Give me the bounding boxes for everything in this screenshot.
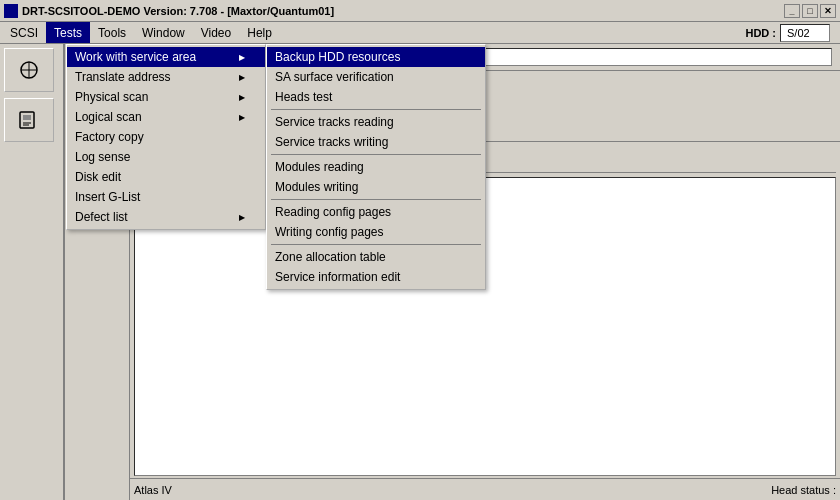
title-bar: DRT-SCSITOOL-DEMO Version: 7.708 - [Maxt… <box>0 0 840 22</box>
menu-tests[interactable]: Tests <box>46 22 90 43</box>
toolbar-icon-2[interactable] <box>4 98 54 142</box>
menu-writing-config[interactable]: Writing config pages <box>267 222 485 242</box>
menu-reading-config[interactable]: Reading config pages <box>267 202 485 222</box>
menu-backup-hdd[interactable]: Backup HDD resources <box>267 47 485 67</box>
menu-insert-g-list[interactable]: Insert G-List <box>67 187 265 207</box>
title-bar-buttons: _ □ ✕ <box>784 4 836 18</box>
status-atlas: Atlas IV <box>134 484 172 496</box>
menu-tools[interactable]: Tools <box>90 22 134 43</box>
app-window: DRT-SCSITOOL-DEMO Version: 7.708 - [Maxt… <box>0 0 840 500</box>
service-area-submenu: Backup HDD resources SA surface verifica… <box>266 44 486 290</box>
tests-dropdown: Work with service area ▶ Translate addre… <box>66 44 266 230</box>
menu-translate-address[interactable]: Translate address ▶ <box>67 67 265 87</box>
submenu-arrow-service-area: ▶ <box>239 53 245 62</box>
menu-physical-scan[interactable]: Physical scan ▶ <box>67 87 265 107</box>
maximize-button[interactable]: □ <box>802 4 818 18</box>
left-sidebar <box>0 44 65 500</box>
sep1 <box>271 109 481 110</box>
title-bar-text: DRT-SCSITOOL-DEMO Version: 7.708 - [Maxt… <box>22 5 334 17</box>
toolbar-icon-1[interactable] <box>4 48 54 92</box>
menu-video[interactable]: Video <box>193 22 239 43</box>
menu-sa-surface[interactable]: SA surface verification <box>267 67 485 87</box>
menu-scsi[interactable]: SCSI <box>2 22 46 43</box>
menu-modules-writing[interactable]: Modules writing <box>267 177 485 197</box>
menu-logical-scan[interactable]: Logical scan ▶ <box>67 107 265 127</box>
menu-disk-edit[interactable]: Disk edit <box>67 167 265 187</box>
hdd-label: HDD : <box>745 27 776 39</box>
minimize-button[interactable]: _ <box>784 4 800 18</box>
sep2 <box>271 154 481 155</box>
submenu-arrow-logical: ▶ <box>239 113 245 122</box>
close-button[interactable]: ✕ <box>820 4 836 18</box>
menu-modules-reading[interactable]: Modules reading <box>267 157 485 177</box>
menu-bar: SCSI Tests Tools Window Video Help HDD :… <box>0 22 840 44</box>
sep4 <box>271 244 481 245</box>
menu-work-with-service-area[interactable]: Work with service area ▶ <box>67 47 265 67</box>
menu-service-tracks-reading[interactable]: Service tracks reading <box>267 112 485 132</box>
svg-rect-4 <box>23 115 31 120</box>
menu-service-info-edit[interactable]: Service information edit <box>267 267 485 287</box>
submenu-arrow-translate: ▶ <box>239 73 245 82</box>
submenu-arrow-defect: ▶ <box>239 213 245 222</box>
head-status-label: Head status : <box>771 484 836 496</box>
menu-factory-copy[interactable]: Factory copy <box>67 127 265 147</box>
app-icon <box>4 4 18 18</box>
menu-window[interactable]: Window <box>134 22 193 43</box>
hdd-value: S/02 <box>787 27 810 39</box>
menu-zone-allocation[interactable]: Zone allocation table <box>267 247 485 267</box>
submenu-arrow-physical: ▶ <box>239 93 245 102</box>
menu-defect-list[interactable]: Defect list ▶ <box>67 207 265 227</box>
sep3 <box>271 199 481 200</box>
menu-help[interactable]: Help <box>239 22 280 43</box>
menu-service-tracks-writing[interactable]: Service tracks writing <box>267 132 485 152</box>
menu-log-sense[interactable]: Log sense <box>67 147 265 167</box>
menu-heads-test[interactable]: Heads test <box>267 87 485 107</box>
